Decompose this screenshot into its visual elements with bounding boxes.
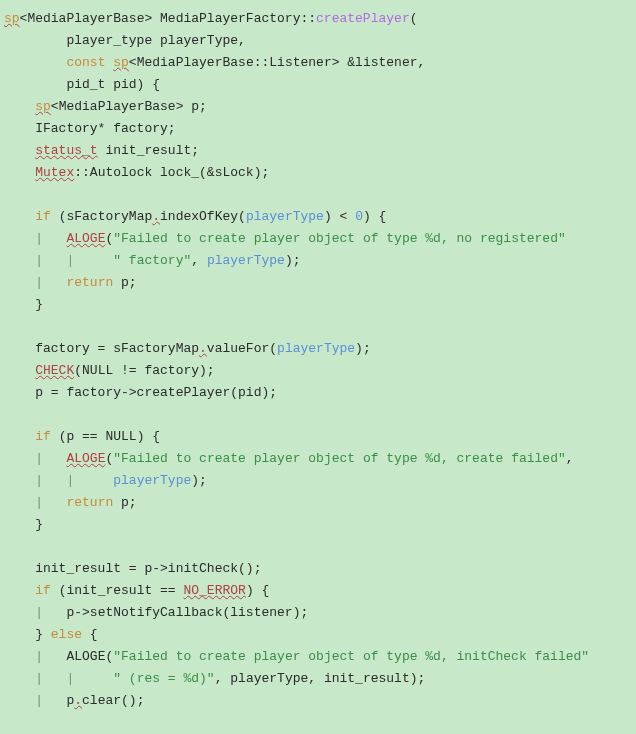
token: (init_result == bbox=[51, 583, 184, 598]
token: ALOGE( bbox=[66, 649, 113, 664]
code-line: | ALOGE("Failed to create player object … bbox=[4, 228, 630, 250]
code-line bbox=[4, 404, 630, 426]
token: sp bbox=[113, 55, 129, 70]
code-line: | p.clear(); bbox=[4, 690, 630, 712]
code-line: if (p == NULL) { bbox=[4, 426, 630, 448]
token bbox=[4, 495, 35, 510]
token: ) { bbox=[246, 583, 269, 598]
indent-guide-icon: | bbox=[35, 451, 66, 466]
token: , playerType, init_result); bbox=[215, 671, 426, 686]
token: if bbox=[35, 209, 51, 224]
token: sp bbox=[4, 11, 20, 26]
token: ) { bbox=[363, 209, 386, 224]
indent-guide-icon: | bbox=[66, 671, 113, 686]
code-line: sp<MediaPlayerBase> MediaPlayerFactory::… bbox=[4, 8, 630, 30]
token: valueFor( bbox=[207, 341, 277, 356]
token: <MediaPlayerBase> MediaPlayerFactory:: bbox=[20, 11, 316, 26]
token: <MediaPlayerBase::Listener> &listener, bbox=[129, 55, 425, 70]
token: . bbox=[152, 209, 160, 224]
token: playerType bbox=[113, 473, 191, 488]
token bbox=[4, 605, 35, 620]
token: 0 bbox=[355, 209, 363, 224]
token: sp bbox=[35, 99, 51, 114]
token bbox=[4, 209, 35, 224]
token: if bbox=[35, 583, 51, 598]
token bbox=[4, 231, 35, 246]
token: "Failed to create player object of type … bbox=[113, 451, 565, 466]
code-line: | ALOGE("Failed to create player object … bbox=[4, 448, 630, 470]
indent-guide-icon: | bbox=[35, 473, 66, 488]
token: const bbox=[66, 55, 105, 70]
token bbox=[4, 649, 35, 664]
token: CHECK bbox=[35, 363, 74, 378]
token: , bbox=[566, 451, 574, 466]
token bbox=[4, 165, 35, 180]
token: . bbox=[199, 341, 207, 356]
token bbox=[4, 671, 35, 686]
token: ::Autolock lock_(&sLock); bbox=[74, 165, 269, 180]
token: "Failed to create player object of type … bbox=[113, 649, 589, 664]
token bbox=[4, 275, 35, 290]
code-line: p = factory->createPlayer(pid); bbox=[4, 382, 630, 404]
indent-guide-icon: | bbox=[35, 231, 66, 246]
indent-guide-icon: | bbox=[66, 473, 113, 488]
token: return bbox=[66, 495, 113, 510]
code-line: factory = sFactoryMap.valueFor(playerTyp… bbox=[4, 338, 630, 360]
code-line: const sp<MediaPlayerBase::Listener> &lis… bbox=[4, 52, 630, 74]
indent-guide-icon: | bbox=[66, 253, 113, 268]
code-line: if (init_result == NO_ERROR) { bbox=[4, 580, 630, 602]
indent-guide-icon: | bbox=[35, 253, 66, 268]
code-line: | p->setNotifyCallback(listener); bbox=[4, 602, 630, 624]
code-line: } bbox=[4, 294, 630, 316]
token: "Failed to create player object of type … bbox=[113, 231, 565, 246]
code-line: CHECK(NULL != factory); bbox=[4, 360, 630, 382]
code-line: } else { bbox=[4, 624, 630, 646]
token: } bbox=[4, 627, 51, 642]
token: (sFactoryMap bbox=[51, 209, 152, 224]
token: ( bbox=[410, 11, 418, 26]
code-line bbox=[4, 316, 630, 338]
token: ALOGE bbox=[66, 451, 105, 466]
token bbox=[4, 363, 35, 378]
token: p->setNotifyCallback(listener); bbox=[66, 605, 308, 620]
token: playerType bbox=[246, 209, 324, 224]
indent-guide-icon: | bbox=[35, 649, 66, 664]
token: <MediaPlayerBase> p; bbox=[51, 99, 207, 114]
token: status_t bbox=[35, 143, 97, 158]
code-line: | return p; bbox=[4, 272, 630, 294]
indent-guide-icon: | bbox=[35, 275, 66, 290]
token: { bbox=[82, 627, 98, 642]
token: (p == NULL) { bbox=[51, 429, 160, 444]
token: ); bbox=[191, 473, 207, 488]
token: else bbox=[51, 627, 82, 642]
token: indexOfKey( bbox=[160, 209, 246, 224]
code-line: | return p; bbox=[4, 492, 630, 514]
token: init_result; bbox=[98, 143, 199, 158]
code-line: | | " factory", playerType); bbox=[4, 250, 630, 272]
code-line: player_type playerType, bbox=[4, 30, 630, 52]
token bbox=[4, 583, 35, 598]
token: NO_ERROR bbox=[183, 583, 245, 598]
indent-guide-icon: | bbox=[35, 605, 66, 620]
token: factory = sFactoryMap bbox=[4, 341, 199, 356]
token bbox=[4, 693, 35, 708]
token: clear(); bbox=[82, 693, 144, 708]
token bbox=[4, 451, 35, 466]
token: ); bbox=[355, 341, 371, 356]
token: , bbox=[191, 253, 207, 268]
token: } bbox=[4, 297, 43, 312]
indent-guide-icon: | bbox=[35, 693, 66, 708]
indent-guide-icon: | bbox=[35, 671, 66, 686]
token: player_type playerType, bbox=[4, 33, 246, 48]
token: Mutex bbox=[35, 165, 74, 180]
code-line: pid_t pid) { bbox=[4, 74, 630, 96]
token: createPlayer bbox=[316, 11, 410, 26]
token: ALOGE bbox=[66, 231, 105, 246]
code-line bbox=[4, 184, 630, 206]
code-line: IFactory* factory; bbox=[4, 118, 630, 140]
token: . bbox=[74, 693, 82, 708]
code-line: } bbox=[4, 514, 630, 536]
token: IFactory* factory; bbox=[4, 121, 176, 136]
token: (NULL != factory); bbox=[74, 363, 214, 378]
token: pid_t pid) { bbox=[4, 77, 160, 92]
